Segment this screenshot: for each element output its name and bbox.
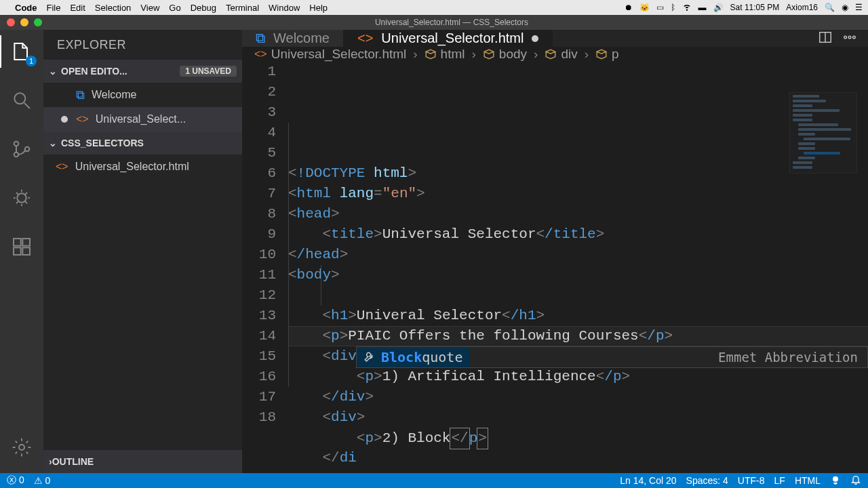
unsaved-badge: 1 UNSAVED xyxy=(180,66,237,77)
html-icon: <> xyxy=(76,113,89,125)
tab-label: Universal_Selector.html xyxy=(381,30,524,46)
siri-icon[interactable]: ◉ xyxy=(842,3,848,12)
menu-go[interactable]: Go xyxy=(169,3,180,13)
file-label: Universal_Select... xyxy=(96,113,186,125)
activity-bar: 1 xyxy=(0,30,43,473)
menu-view[interactable]: View xyxy=(140,3,159,13)
svg-point-9 xyxy=(19,445,24,450)
chevron-down-icon: ⌄ xyxy=(49,138,57,148)
outline-header[interactable]: › OUTLINE xyxy=(43,450,242,473)
window-title: Universal_Selector.html — CSS_Selectors xyxy=(42,18,861,27)
menu-help[interactable]: Help xyxy=(309,3,328,13)
code-content[interactable]: <!DOCTYPE html><html lang="en"><head> <t… xyxy=(288,62,868,488)
project-header[interactable]: ⌄ CSS_SELECTORS xyxy=(43,131,242,155)
split-editor-button[interactable] xyxy=(818,30,833,47)
vscode-icon: ⧉ xyxy=(76,88,85,102)
menu-file[interactable]: File xyxy=(47,3,61,13)
bluetooth-icon[interactable]: ᛒ xyxy=(671,3,675,12)
open-editors-label: OPEN EDITO... xyxy=(61,66,127,77)
breadcrumb-file: <> Universal_Selector.html xyxy=(254,47,406,62)
user-name[interactable]: Axiom16 xyxy=(786,3,818,12)
minimize-window-button[interactable] xyxy=(20,18,28,26)
project-file[interactable]: <> Universal_Selector.html xyxy=(43,155,242,179)
svg-point-0 xyxy=(14,93,25,104)
file-label: Universal_Selector.html xyxy=(75,161,189,173)
html-icon: <> xyxy=(56,161,68,173)
tab-label: Welcome xyxy=(273,30,330,46)
svg-point-1 xyxy=(14,142,19,146)
chevron-right-icon: › xyxy=(585,47,589,62)
app-name[interactable]: Code xyxy=(15,3,37,13)
extensions-activity[interactable] xyxy=(5,230,38,263)
menu-window[interactable]: Window xyxy=(269,3,300,13)
breadcrumb-p: p xyxy=(595,47,619,62)
explorer-activity[interactable]: 1 xyxy=(5,35,38,68)
editor-group: ⧉ Welcome <> Universal_Selector.html <> xyxy=(242,30,868,473)
open-editors-header[interactable]: ⌄ OPEN EDITO... 1 UNSAVED xyxy=(43,60,242,83)
breadcrumb[interactable]: <> Universal_Selector.html › html › body… xyxy=(242,47,868,62)
close-window-button[interactable] xyxy=(7,18,15,26)
clock[interactable]: Sat 11:05 PM xyxy=(730,3,780,12)
menu-terminal[interactable]: Terminal xyxy=(226,3,259,13)
tab-universal-selector[interactable]: <> Universal_Selector.html xyxy=(344,30,553,47)
html-icon: <> xyxy=(254,48,267,60)
wrench-icon xyxy=(363,351,376,363)
suggest-hint: Emmet Abbreviation xyxy=(709,347,867,367)
open-editor-welcome[interactable]: ⧉ Welcome xyxy=(43,83,242,107)
macos-menubar: Code File Edit Selection View Go Debug T… xyxy=(0,0,868,15)
window-controls[interactable] xyxy=(7,18,42,26)
tab-welcome[interactable]: ⧉ Welcome xyxy=(242,30,344,47)
svg-rect-7 xyxy=(14,247,21,255)
breadcrumb-html: html xyxy=(425,47,465,62)
chevron-right-icon: › xyxy=(534,47,538,62)
open-editor-universal-selector[interactable]: <> Universal_Select... xyxy=(43,107,242,131)
menu-debug[interactable]: Debug xyxy=(191,3,216,13)
chevron-down-icon: ⌄ xyxy=(49,66,57,77)
dirty-dot-icon xyxy=(532,35,538,42)
menu-edit[interactable]: Edit xyxy=(70,3,85,13)
maximize-window-button[interactable] xyxy=(34,18,42,26)
autocomplete-item[interactable]: Blockquote xyxy=(357,347,469,367)
line-number-gutter: 123456789101112131415161718 xyxy=(242,62,288,488)
svg-rect-8 xyxy=(22,247,30,255)
record-icon[interactable]: ⏺ xyxy=(625,3,633,12)
sidebar-title: EXPLORER xyxy=(43,30,242,60)
battery-icon[interactable]: ▬ xyxy=(698,3,707,12)
wifi-icon[interactable] xyxy=(682,2,692,14)
html-icon: <> xyxy=(357,30,373,46)
window-titlebar: Universal_Selector.html — CSS_Selectors xyxy=(0,15,868,30)
svg-point-11 xyxy=(844,36,847,39)
errors-indicator[interactable]: ⓧ 0 xyxy=(7,474,24,487)
chevron-right-icon: › xyxy=(472,47,476,62)
breadcrumb-div: div xyxy=(545,47,577,62)
screen-mirror-icon[interactable]: ▭ xyxy=(656,3,664,12)
notification-center-icon[interactable]: ☰ xyxy=(855,3,863,12)
spotlight-icon[interactable]: 🔍 xyxy=(825,3,835,12)
cat-icon[interactable]: 🐱 xyxy=(639,3,650,12)
svg-rect-6 xyxy=(22,239,30,246)
warnings-indicator[interactable]: ⚠ 0 xyxy=(34,475,51,486)
svg-point-2 xyxy=(14,152,19,157)
scm-activity[interactable] xyxy=(5,133,38,165)
settings-activity[interactable] xyxy=(5,431,38,464)
vscode-icon: ⧉ xyxy=(256,30,265,46)
volume-icon[interactable]: 🔊 xyxy=(713,3,724,12)
outline-label: OUTLINE xyxy=(52,456,94,467)
more-actions-button[interactable] xyxy=(842,30,857,47)
breadcrumb-body: body xyxy=(483,47,527,62)
sidebar: EXPLORER ⌄ OPEN EDITO... 1 UNSAVED ⧉ Wel… xyxy=(43,30,242,473)
debug-activity[interactable] xyxy=(5,182,38,214)
suggest-rest: quote xyxy=(422,347,462,367)
suggest-match: Block xyxy=(381,347,422,367)
search-activity[interactable] xyxy=(5,84,38,117)
tab-bar: ⧉ Welcome <> Universal_Selector.html xyxy=(242,30,868,47)
file-label: Welcome xyxy=(92,89,136,101)
chevron-right-icon: › xyxy=(413,47,417,62)
svg-rect-5 xyxy=(14,239,21,246)
minimap[interactable] xyxy=(789,92,857,174)
menu-selection[interactable]: Selection xyxy=(95,3,131,13)
autocomplete-popup[interactable]: Blockquote Emmet Abbreviation xyxy=(356,346,868,368)
dirty-dot-icon xyxy=(61,116,68,123)
code-editor[interactable]: 123456789101112131415161718 <!DOCTYPE ht… xyxy=(242,62,868,488)
svg-point-13 xyxy=(853,36,856,39)
